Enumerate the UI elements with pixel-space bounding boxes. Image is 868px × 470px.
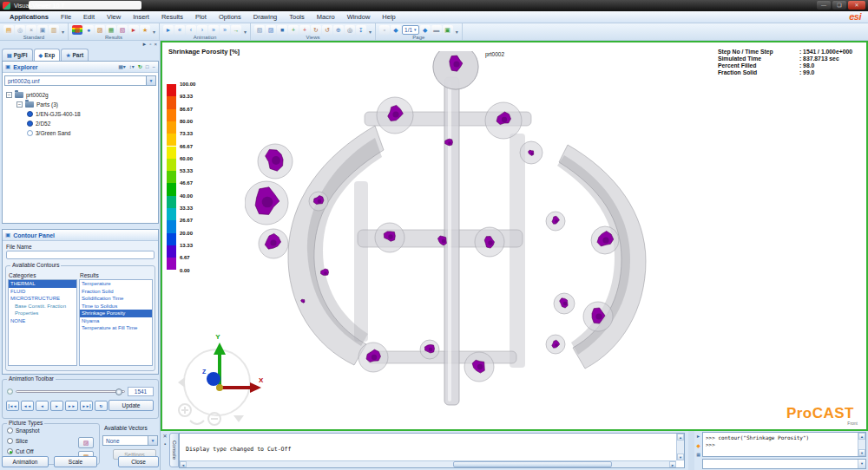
toolbar-overflow-icon[interactable]: ▾ <box>369 29 372 35</box>
animation-button[interactable]: Animation <box>2 456 49 467</box>
tree-item[interactable]: 3/Green Sand <box>4 128 158 138</box>
radio-snapshot[interactable]: Snapshot <box>7 427 99 434</box>
step-forward-icon[interactable]: » <box>208 25 219 35</box>
menu-results[interactable]: Results <box>155 11 189 23</box>
hscroll-thumb[interactable] <box>453 461 612 467</box>
category-item[interactable]: Base Constit. Fraction <box>9 303 76 310</box>
slider-thumb[interactable] <box>115 388 122 395</box>
menu-view[interactable]: View <box>101 11 127 23</box>
console-expand-icon[interactable]: ► <box>696 434 700 439</box>
next-page-icon[interactable]: ◆ <box>420 25 431 35</box>
menu-help[interactable]: Help <box>376 11 401 23</box>
solid-view-icon[interactable]: ■ <box>277 25 287 35</box>
dock-forward-icon[interactable]: ► <box>141 41 147 49</box>
available-vectors-combo[interactable]: None ▼ <box>102 435 158 446</box>
category-item[interactable]: MICROSTRUCTURE <box>9 295 76 303</box>
console-output-area[interactable]: >>> contour("Shrinkage Porosity")>>> ▲ ▼ <box>702 432 866 457</box>
layout-icon[interactable]: ▬ <box>431 25 442 35</box>
wireframe-view-icon[interactable]: ▧ <box>254 25 265 35</box>
scroll-down-icon[interactable]: ▼ <box>858 449 865 456</box>
zoom-icon[interactable]: ◎ <box>345 25 355 35</box>
menu-plot[interactable]: Plot <box>189 11 213 23</box>
console-tab[interactable]: Console <box>169 433 179 467</box>
slice-icon-button[interactable]: ▨ <box>78 437 94 448</box>
menu-edit[interactable]: Edit <box>77 11 101 23</box>
toolbar-overflow-icon[interactable]: ▾ <box>62 29 64 35</box>
page-indicator[interactable]: 1/1▾ <box>402 25 419 35</box>
anchor-icon[interactable]: ↧ <box>356 25 366 35</box>
image-icon[interactable]: ▧ <box>117 25 128 35</box>
fast-forward-button[interactable]: ►►| <box>80 401 93 411</box>
category-item[interactable]: NONE <box>9 317 76 325</box>
chevron-down-icon[interactable]: ▼ <box>858 460 865 468</box>
tree-item[interactable]: 2/D52 <box>4 119 158 128</box>
scale-button[interactable]: Scale <box>54 456 97 467</box>
toolbar-overflow-icon[interactable]: ▾ <box>153 29 155 35</box>
fast-back-button[interactable]: ◄◄ <box>21 401 34 411</box>
contour-panel-icon[interactable]: ▨ <box>95 25 105 35</box>
console-script-icon[interactable]: ◆ <box>696 442 700 448</box>
explorer-window-icon[interactable]: □ <box>146 62 149 72</box>
toolbar-overflow-icon[interactable]: ▾ <box>244 29 247 35</box>
result-item[interactable]: Shrinkage Porosity <box>80 310 152 317</box>
console-input-field[interactable]: ▼ <box>702 459 866 469</box>
console-pin-icon[interactable]: ▪ <box>164 441 166 447</box>
menu-drawing[interactable]: Drawing <box>247 11 284 23</box>
category-item[interactable]: Properties <box>9 310 76 317</box>
tab-pgfl[interactable]: ▤Pg/Fl <box>2 49 33 61</box>
result-item[interactable]: Temperature <box>80 280 152 288</box>
tree-item[interactable]: 1/EN-GJS-400-18 <box>4 109 158 119</box>
explorer-collapse-icon[interactable]: − <box>152 62 155 72</box>
console-grid-icon[interactable]: ▦ <box>696 452 700 457</box>
prev-page-icon[interactable]: ◆ <box>391 25 401 35</box>
console-message-area[interactable]: Display type changed to Cut-Off ▲ ▼ ◄ ► <box>179 433 685 468</box>
tree-expander-icon[interactable]: − <box>6 92 12 98</box>
menu-macro[interactable]: Macro <box>311 11 341 23</box>
skip-end-icon[interactable]: » <box>220 25 230 35</box>
menu-file[interactable]: File <box>55 11 77 23</box>
jump-start-button[interactable]: |◄◄ <box>6 401 19 411</box>
tab-part[interactable]: ★Part <box>61 49 89 61</box>
rotate-ccw-icon[interactable]: ↺ <box>322 25 332 35</box>
scroll-down-icon[interactable]: ▼ <box>677 454 684 460</box>
console-hscrollbar[interactable]: ◄ ► <box>180 460 676 467</box>
slider-start-knob[interactable] <box>7 388 13 395</box>
cut-icon[interactable]: × <box>26 25 36 35</box>
menu-tools[interactable]: Tools <box>283 11 311 23</box>
minimize-button[interactable]: — <box>817 1 831 10</box>
triad-icon[interactable]: + <box>288 25 299 35</box>
shaded-view-icon[interactable]: ▨ <box>266 25 276 35</box>
result-item[interactable]: Time to Solidus <box>80 303 152 310</box>
scroll-right-icon[interactable]: ► <box>669 461 676 467</box>
snapshot-icon[interactable]: ◎ <box>15 25 25 35</box>
close-button[interactable]: ✕ <box>848 1 865 10</box>
console-close-icon[interactable]: ✕ <box>162 434 167 439</box>
tree-item[interactable]: −Parts (3) <box>4 100 158 109</box>
play-button[interactable]: ► <box>50 401 63 411</box>
category-item[interactable]: FLUID <box>9 288 76 296</box>
copy-icon[interactable]: ▣ <box>37 25 48 35</box>
new-page-icon[interactable]: ▫ <box>379 25 390 35</box>
menu-insert[interactable]: Insert <box>127 11 155 23</box>
result-item[interactable]: Solidification Time <box>80 295 152 303</box>
result-item[interactable]: Temperature at Fill Time <box>80 324 152 332</box>
console-vscrollbar[interactable]: ▲ ▼ <box>676 434 684 460</box>
probe-icon[interactable]: ► <box>128 25 139 35</box>
model-file-combo[interactable]: prt0002g.unf ▼ <box>4 75 156 86</box>
loop-button[interactable]: ↻ <box>95 401 108 411</box>
menu-applications[interactable]: Applications <box>3 11 55 23</box>
scroll-up-icon[interactable]: ▲ <box>677 434 684 441</box>
play-icon[interactable]: › <box>197 25 207 35</box>
update-button[interactable]: Update <box>108 400 154 411</box>
frame-slider[interactable] <box>16 390 125 393</box>
frame-number-field[interactable]: 1541 <box>128 387 154 396</box>
toolbar-overflow-icon[interactable]: ▾ <box>456 29 458 35</box>
step-back-icon[interactable]: ‹ <box>186 25 196 35</box>
3d-viewport[interactable]: Shrinkage Porosity [%] 100.0093.3386.678… <box>161 41 868 431</box>
globe-icon[interactable]: ● <box>83 25 94 35</box>
tab-exp[interactable]: ◆Exp <box>34 49 61 61</box>
dock-close-icon[interactable]: × <box>154 41 157 49</box>
contour-icon[interactable]: ▩ <box>72 25 82 35</box>
tools-icon[interactable]: ★ <box>140 25 150 35</box>
pan-icon[interactable]: ⊕ <box>333 25 344 35</box>
